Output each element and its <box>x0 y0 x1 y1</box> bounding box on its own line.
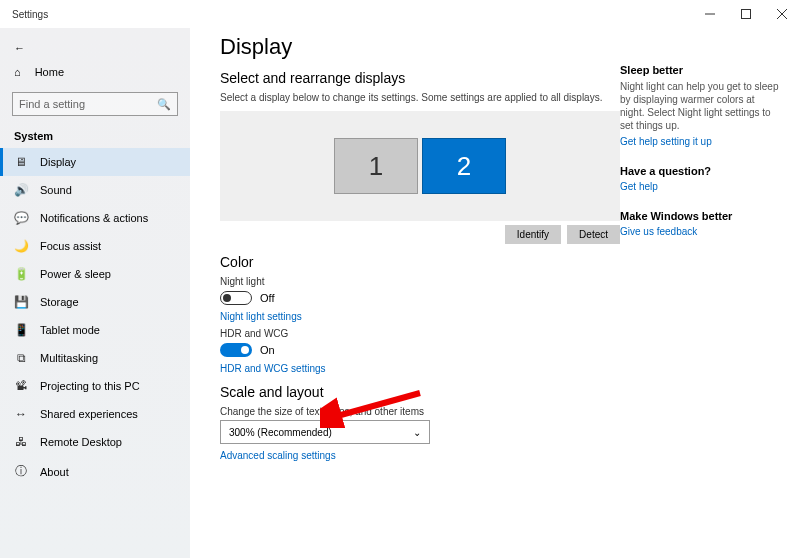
nightlight-label: Night light <box>220 276 620 287</box>
sound-icon: 🔊 <box>14 183 28 197</box>
sidebar-item-sound[interactable]: 🔊Sound <box>0 176 190 204</box>
sidebar-item-remote[interactable]: 🖧Remote Desktop <box>0 428 190 456</box>
arrange-heading: Select and rearrange displays <box>220 70 620 86</box>
scale-combo[interactable]: 300% (Recommended) ⌄ <box>220 420 430 444</box>
search-placeholder: Find a setting <box>19 98 157 110</box>
about-icon: ⓘ <box>14 463 28 480</box>
scale-value: 300% (Recommended) <box>229 427 332 438</box>
hdr-link[interactable]: HDR and WCG settings <box>220 363 620 374</box>
focus-icon: 🌙 <box>14 239 28 253</box>
display-arranger[interactable]: 1 2 <box>220 111 620 221</box>
sidebar-item-shared[interactable]: ↔Shared experiences <box>0 400 190 428</box>
scale-label: Change the size of text, apps, and other… <box>220 406 620 417</box>
sidebar-item-focus-assist[interactable]: 🌙Focus assist <box>0 232 190 260</box>
sleep-heading: Sleep better <box>620 64 780 76</box>
home-icon: ⌂ <box>14 66 21 78</box>
feedback-link[interactable]: Give us feedback <box>620 226 780 237</box>
sidebar-item-projecting[interactable]: 📽Projecting to this PC <box>0 372 190 400</box>
identify-button[interactable]: Identify <box>505 225 561 244</box>
minimize-button[interactable] <box>692 0 728 28</box>
question-heading: Have a question? <box>620 165 780 177</box>
monitor-1[interactable]: 1 <box>334 138 418 194</box>
color-heading: Color <box>220 254 620 270</box>
shared-icon: ↔ <box>14 407 28 421</box>
power-icon: 🔋 <box>14 267 28 281</box>
sidebar-item-storage[interactable]: 💾Storage <box>0 288 190 316</box>
remote-icon: 🖧 <box>14 435 28 449</box>
sidebar-item-tablet[interactable]: 📱Tablet mode <box>0 316 190 344</box>
nightlight-toggle[interactable] <box>220 291 252 305</box>
hdr-state: On <box>260 344 275 356</box>
svg-rect-1 <box>742 10 751 19</box>
search-icon: 🔍 <box>157 98 171 111</box>
sidebar-item-multitasking[interactable]: ⧉Multitasking <box>0 344 190 372</box>
projecting-icon: 📽 <box>14 379 28 393</box>
monitor-2[interactable]: 2 <box>422 138 506 194</box>
sidebar: ← ⌂ Home Find a setting 🔍 System 🖥Displa… <box>0 28 190 558</box>
display-icon: 🖥 <box>14 155 28 169</box>
nightlight-link[interactable]: Night light settings <box>220 311 620 322</box>
detect-button[interactable]: Detect <box>567 225 620 244</box>
sleep-text: Night light can help you get to sleep by… <box>620 80 780 132</box>
get-help-link[interactable]: Get help <box>620 181 780 192</box>
sidebar-item-notifications[interactable]: 💬Notifications & actions <box>0 204 190 232</box>
close-button[interactable] <box>764 0 800 28</box>
home-button[interactable]: ⌂ Home <box>0 60 190 84</box>
window-title: Settings <box>12 9 48 20</box>
multitask-icon: ⧉ <box>14 351 28 365</box>
sidebar-item-display[interactable]: 🖥Display <box>0 148 190 176</box>
page-title: Display <box>220 34 620 60</box>
sleep-link[interactable]: Get help setting it up <box>620 136 780 147</box>
home-label: Home <box>35 66 64 78</box>
scale-heading: Scale and layout <box>220 384 620 400</box>
advanced-scaling-link[interactable]: Advanced scaling settings <box>220 450 620 461</box>
nightlight-state: Off <box>260 292 274 304</box>
search-input[interactable]: Find a setting 🔍 <box>12 92 178 116</box>
chevron-down-icon: ⌄ <box>413 427 421 438</box>
maximize-button[interactable] <box>728 0 764 28</box>
sidebar-item-power[interactable]: 🔋Power & sleep <box>0 260 190 288</box>
arrange-desc: Select a display below to change its set… <box>220 92 620 103</box>
feedback-heading: Make Windows better <box>620 210 780 222</box>
category-header: System <box>0 126 190 148</box>
storage-icon: 💾 <box>14 295 28 309</box>
notifications-icon: 💬 <box>14 211 28 225</box>
sidebar-item-about[interactable]: ⓘAbout <box>0 456 190 487</box>
hdr-label: HDR and WCG <box>220 328 620 339</box>
tablet-icon: 📱 <box>14 323 28 337</box>
hdr-toggle[interactable] <box>220 343 252 357</box>
back-icon[interactable]: ← <box>14 42 25 54</box>
